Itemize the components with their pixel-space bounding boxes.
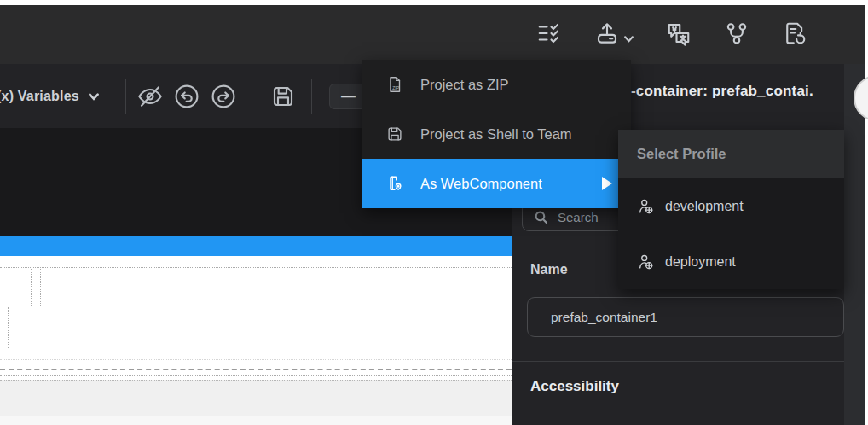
widget-outline xyxy=(0,267,512,268)
canvas-content-placeholder[interactable] xyxy=(0,380,512,417)
menu-item-label: As WebComponent xyxy=(420,176,542,192)
menu-item-label: Project as ZIP xyxy=(420,77,509,93)
menu-item-project-as-shell[interactable]: Project as Shell to Team xyxy=(362,109,631,159)
redo-icon[interactable] xyxy=(210,83,237,110)
top-bar xyxy=(0,5,865,64)
variables-dropdown[interactable]: (x) Variables xyxy=(0,64,100,128)
undo-icon[interactable] xyxy=(173,83,200,110)
panel-divider xyxy=(512,361,865,362)
widget-outline xyxy=(31,269,32,306)
widget-outline xyxy=(0,306,512,306)
search-icon xyxy=(534,210,548,224)
widget-outline xyxy=(0,259,512,259)
widget-outline xyxy=(0,375,512,376)
translate-icon[interactable] xyxy=(665,20,692,47)
profile-item-label: development xyxy=(665,199,744,214)
canvas-footer-area xyxy=(0,416,512,425)
widget-outline xyxy=(0,352,512,352)
submenu-header: Select Profile xyxy=(618,130,844,178)
menu-item-as-webcomponent[interactable]: As WebComponent xyxy=(362,159,631,208)
zoom-out-label: — xyxy=(341,88,356,105)
widget-outline xyxy=(0,369,512,370)
menu-item-label: Project as Shell to Team xyxy=(420,126,572,143)
versions-icon[interactable] xyxy=(723,20,750,47)
save-icon[interactable] xyxy=(269,83,297,110)
submenu-arrow-icon xyxy=(602,177,612,190)
toolbar-separator xyxy=(311,79,312,114)
preview-eye-off-icon[interactable] xyxy=(136,83,164,110)
profile-item-label: deployment xyxy=(665,254,736,270)
profile-icon xyxy=(637,197,656,216)
chevron-down-icon xyxy=(88,90,100,102)
export-dropdown-menu: ZIP Project as ZIP Project as Shell to T… xyxy=(362,60,631,208)
svg-text:ZIP: ZIP xyxy=(392,85,399,90)
widget-outline xyxy=(0,359,512,360)
file-zip-icon: ZIP xyxy=(385,75,404,94)
toolbar-separator xyxy=(125,79,126,114)
canvas-header-widget[interactable] xyxy=(0,236,512,256)
name-field-label: Name xyxy=(530,262,568,277)
panel-scrollbar-track[interactable] xyxy=(844,64,865,425)
menu-item-project-as-zip[interactable]: ZIP Project as ZIP xyxy=(362,60,631,109)
widget-outline xyxy=(40,269,41,306)
app-window: (x) Variables xyxy=(0,0,868,425)
widget-outline xyxy=(8,307,9,348)
web-component-icon xyxy=(385,174,404,193)
export-button[interactable] xyxy=(593,20,634,47)
file-refresh-icon[interactable] xyxy=(781,20,808,47)
panel-title: -container: prefab_contai. xyxy=(631,83,865,100)
save-icon xyxy=(385,125,404,143)
chevron-down-icon xyxy=(623,32,634,44)
select-profile-submenu: Select Profile development deployment xyxy=(618,130,844,289)
export-icon xyxy=(593,20,621,47)
name-input[interactable] xyxy=(527,297,844,337)
variables-label: (x) Variables xyxy=(0,89,79,104)
top-bar-actions xyxy=(535,20,808,47)
profile-item-deployment[interactable]: deployment xyxy=(618,234,844,289)
task-list-icon[interactable] xyxy=(535,20,563,47)
accessibility-section-header[interactable]: Accessibility xyxy=(530,378,619,395)
profile-item-development[interactable]: development xyxy=(618,178,844,234)
profile-icon xyxy=(637,253,656,271)
